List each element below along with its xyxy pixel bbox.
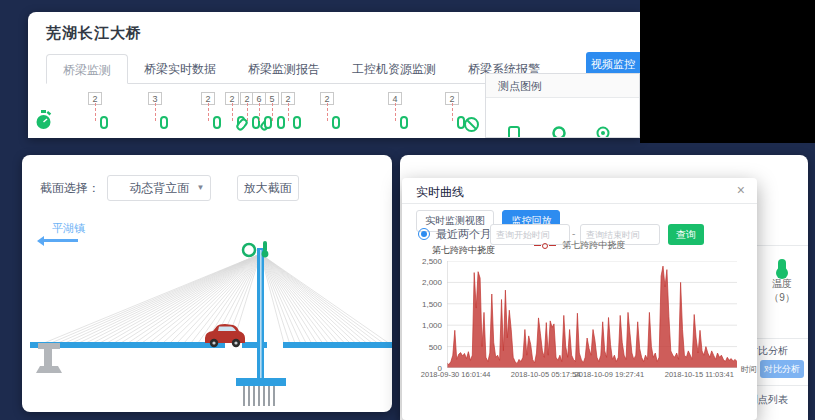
chain-link-icon <box>277 116 285 129</box>
chain-link-icon <box>264 116 272 129</box>
point-legend-panel: 测点图例 <box>485 73 640 138</box>
section-select-label: 截面选择： <box>40 175 100 201</box>
section-select-row: 截面选择： 动态背立面 ▼ 放大截面 <box>40 175 299 201</box>
sensor-point[interactable]: 2 <box>445 88 463 106</box>
x-tick-label: 2018-10-15 11:03:41 <box>665 370 734 379</box>
bridge-diagram <box>22 240 392 412</box>
right-side-panel: 温度 （9） 对比分析 对比分析 测点列表 <box>756 155 808 420</box>
dashed-line <box>452 103 453 121</box>
x-tick-label: 2018-10-05 05:17:54 <box>511 370 581 379</box>
chain-link-icon <box>332 116 340 129</box>
dashed-line <box>259 103 260 121</box>
tab-桥梁实时数据[interactable]: 桥梁实时数据 <box>128 54 232 84</box>
dashed-line <box>232 103 233 121</box>
legend-line-icon <box>549 245 556 246</box>
y-tick-label: 1,000 <box>402 321 442 330</box>
x-tick-label: 2018-10-09 19:27:41 <box>575 370 645 379</box>
chart-plot-area[interactable] <box>447 261 737 368</box>
screenshot-stage: 芜湖长江大桥 桥梁监测桥梁实时数据桥梁监测报告工控机资源监测桥梁系统报警 视频监… <box>0 0 815 420</box>
gauge-icon <box>552 126 566 138</box>
section-select-dropdown[interactable]: 动态背立面 ▼ <box>107 175 211 201</box>
realtime-curve-modal: 实时曲线 × 实时监测视图 监控回放 最近两个月 - 查询 第七跨跨中挠度 第七… <box>402 178 757 420</box>
dashed-line <box>208 103 209 121</box>
y-tick-label: 2,500 <box>402 257 442 266</box>
enlarge-section-button[interactable]: 放大截面 <box>237 175 299 201</box>
chain-link-icon <box>100 116 108 129</box>
chevron-down-icon: ▼ <box>196 176 204 200</box>
bridge-pier-piles <box>244 386 274 406</box>
dashed-line <box>95 103 96 121</box>
chart-title: 第七跨跨中挠度 <box>432 244 495 257</box>
video-feed-area <box>640 0 815 143</box>
dashed-line <box>272 103 273 121</box>
section-select-value: 动态背立面 <box>129 181 189 195</box>
x-axis-name: 时间 <box>741 364 757 375</box>
chain-link-icon <box>400 116 408 129</box>
modal-title: 实时曲线 <box>416 184 464 201</box>
dashed-line <box>247 103 248 121</box>
sensor-point[interactable]: 2 <box>281 88 299 106</box>
temperature-count: （9） <box>769 292 795 303</box>
point-legend-icons <box>486 98 639 138</box>
temperature-label: 温度 <box>772 278 792 289</box>
sensor-point[interactable]: 4 <box>388 88 406 106</box>
close-icon[interactable]: × <box>737 182 745 198</box>
target-icon <box>596 126 610 138</box>
x-tick-label: 2018-09-30 16:01:44 <box>421 370 491 379</box>
tower-sensor-icon <box>243 241 268 257</box>
sensor-point[interactable]: 2 <box>320 88 338 106</box>
modal-header: 实时曲线 × <box>402 178 757 204</box>
bridge-section-window: 截面选择： 动态背立面 ▼ 放大截面 平湖镇 <box>22 155 392 412</box>
thermometer-icon <box>778 259 786 275</box>
chain-link-icon <box>160 116 168 129</box>
legend-line-icon <box>534 245 541 246</box>
tab-工控机资源监测[interactable]: 工控机资源监测 <box>336 54 452 84</box>
y-tick-label: 1,500 <box>402 300 442 309</box>
tab-桥梁监测报告[interactable]: 桥梁监测报告 <box>232 54 336 84</box>
page-title: 芜湖长江大桥 <box>46 24 142 43</box>
sensor-point[interactable]: 3 <box>148 88 166 106</box>
tab-桥梁监测[interactable]: 桥梁监测 <box>46 54 128 84</box>
legend-marker-icon <box>542 243 548 249</box>
range-separator: - <box>572 228 575 239</box>
main-window: 芜湖长江大桥 桥梁监测桥梁实时数据桥梁监测报告工控机资源监测桥梁系统报警 视频监… <box>28 12 640 138</box>
sensor-point[interactable]: 2 <box>88 88 106 106</box>
direction-label: 平湖镇 <box>52 221 85 236</box>
dashed-line <box>155 103 156 121</box>
compare-analysis-button[interactable]: 对比分析 <box>760 360 804 378</box>
point-legend-title: 测点图例 <box>486 74 639 98</box>
sensor-strip: 23222652242 <box>28 88 498 138</box>
sensor-icon <box>508 126 520 138</box>
chain-link-icon <box>213 116 221 129</box>
bridge-pier-cap <box>236 378 286 386</box>
dashed-line <box>288 103 289 121</box>
temperature-legend[interactable]: 温度 （9） <box>756 259 808 305</box>
legend-text: 第七跨跨中挠度 <box>562 240 625 250</box>
y-tick-label: 2,000 <box>402 278 442 287</box>
chain-link-icon <box>293 116 301 129</box>
y-tick-label: 500 <box>402 343 442 352</box>
sensor-point[interactable]: 2 <box>201 88 219 106</box>
dashed-line <box>327 103 328 121</box>
bridge-abutment <box>36 343 62 373</box>
dashed-line <box>395 103 396 121</box>
